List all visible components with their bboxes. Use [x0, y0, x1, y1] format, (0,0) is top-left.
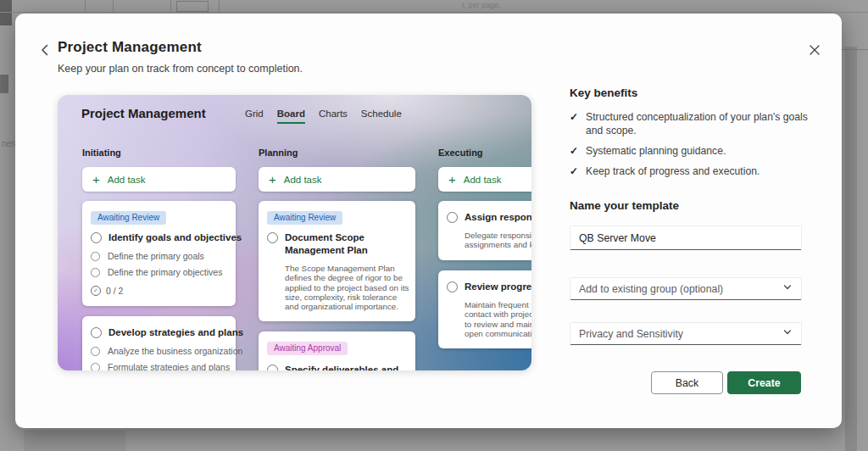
add-task-label: Add task	[108, 175, 146, 185]
plus-icon: +	[448, 173, 456, 186]
background-divider	[113, 0, 114, 12]
background-divider	[170, 0, 171, 12]
plus-icon: +	[269, 173, 276, 186]
group-dropdown[interactable]: Add to existing group (optional)	[570, 277, 802, 300]
task-checkbox[interactable]	[447, 281, 458, 292]
benefit-text: Keep track of progress and execution.	[586, 164, 760, 178]
subtask-label: Analyze the business organization	[108, 346, 242, 356]
dialog-title: Project Management	[58, 39, 202, 56]
task-description: Delegate responsibili assignments and ke…	[465, 231, 531, 250]
template-name-input[interactable]	[570, 226, 802, 250]
group-dropdown-label: Add to existing group (optional)	[579, 283, 723, 295]
add-task-label: Add task	[284, 175, 322, 185]
tab-schedule[interactable]: Schedule	[361, 109, 402, 124]
column-header: Planning	[259, 148, 415, 158]
status-badge: Awaiting Review	[267, 211, 342, 225]
template-preview: Project Management Grid Board Charts Sch…	[58, 95, 531, 370]
background-block	[24, 431, 125, 451]
task-card[interactable]: Awaiting Approval Specify deliverables a…	[259, 331, 415, 370]
preview-plan-title: Project Management	[81, 106, 206, 120]
task-card[interactable]: Review progress Maintain frequent for co…	[438, 270, 531, 349]
board-column-initiating: Initiating + Add task Awaiting Review Id…	[82, 148, 236, 370]
task-card[interactable]: Awaiting Review Document Scope Managemen…	[259, 201, 415, 321]
status-badge: Awaiting Approval	[267, 342, 348, 355]
background-divider	[0, 12, 868, 13]
subtask-checkbox[interactable]	[91, 363, 100, 371]
benefit-item: ✓ Keep track of progress and execution.	[570, 164, 814, 178]
board-column-executing: Executing + Add task Assign responsibili…	[438, 148, 531, 359]
task-checkbox[interactable]	[91, 327, 102, 338]
task-title: Specify deliverables and	[285, 364, 398, 370]
checklist-count: 0 / 2	[106, 286, 123, 296]
checkmark-icon: ✓	[570, 164, 578, 178]
benefit-text: Systematic planning guidance.	[586, 144, 726, 158]
benefit-item: ✓ Structured conceptualization of your p…	[570, 110, 814, 137]
chevron-down-icon	[782, 282, 793, 295]
checklist-icon: ✓	[91, 286, 101, 296]
add-task-button[interactable]: + Add task	[82, 167, 236, 192]
background-block	[0, 0, 12, 25]
key-benefits-heading: Key benefits	[570, 86, 637, 99]
status-badge: Awaiting Review	[91, 211, 166, 225]
task-checkbox[interactable]	[267, 232, 278, 243]
task-card[interactable]: Assign responsibili Delegate responsibil…	[438, 201, 531, 260]
column-header: Initiating	[82, 148, 236, 158]
background-divider	[85, 0, 86, 12]
close-icon[interactable]	[806, 42, 823, 58]
subtask-label: Define the primary goals	[108, 251, 204, 261]
tab-grid[interactable]: Grid	[245, 109, 264, 124]
task-card[interactable]: Develop strategies and plans Analyze the…	[82, 316, 236, 370]
subtask-label: Define the primary objectives	[108, 267, 222, 277]
add-task-label: Add task	[464, 175, 502, 185]
subtask-checkbox[interactable]	[91, 268, 100, 277]
checkmark-icon: ✓	[570, 144, 578, 158]
key-benefits-list: ✓ Structured conceptualization of your p…	[570, 110, 814, 178]
add-task-button[interactable]: + Add task	[438, 167, 531, 192]
add-task-button[interactable]: + Add task	[259, 167, 415, 192]
task-checkbox[interactable]	[91, 232, 102, 243]
back-chevron-icon[interactable]	[37, 42, 53, 58]
board-column-planning: Planning + Add task Awaiting Review Docu…	[259, 148, 415, 370]
task-description: Maintain frequent for contact with proje…	[465, 300, 531, 339]
back-button[interactable]: Back	[651, 371, 723, 394]
task-title: Assign responsibili	[465, 211, 531, 224]
benefit-item: ✓ Systematic planning guidance.	[570, 144, 814, 158]
background-divider	[842, 49, 868, 50]
tab-charts[interactable]: Charts	[319, 109, 348, 124]
task-title: Develop strategies and plans	[108, 326, 243, 339]
task-card[interactable]: Awaiting Review Identify goals and objec…	[82, 201, 236, 306]
subtask-label: Formulate strategies and plans	[108, 362, 230, 370]
create-template-dialog: Project Management Keep your plan on tra…	[15, 14, 842, 428]
subtask-checkbox[interactable]	[91, 252, 100, 261]
background-outlined-box	[176, 1, 209, 12]
task-description: The Scope Management Plan defines the de…	[285, 264, 412, 311]
dialog-subtitle: Keep your plan on track from concept to …	[58, 63, 303, 75]
column-header: Executing	[438, 148, 531, 158]
plus-icon: +	[92, 173, 100, 186]
task-checkbox[interactable]	[447, 212, 458, 223]
task-title: Review progress	[465, 281, 531, 293]
task-checkbox[interactable]	[267, 365, 278, 370]
checkmark-icon: ✓	[570, 110, 578, 137]
task-title: Identify goals and objectives	[108, 231, 242, 244]
template-name-heading: Name your template	[570, 199, 679, 212]
privacy-dropdown-label: Privacy and Sensitivity	[579, 328, 683, 340]
benefit-text: Structured conceptualization of your pla…	[586, 110, 814, 137]
background-block	[0, 75, 8, 93]
chevron-down-icon	[782, 327, 793, 340]
task-title: Document Scope Management Plan	[285, 231, 385, 257]
background-scrollbar	[845, 47, 857, 451]
privacy-dropdown[interactable]: Privacy and Sensitivity	[570, 322, 802, 345]
background-text: r, per page,	[462, 1, 501, 9]
background-divider	[219, 0, 220, 12]
subtask-checkbox[interactable]	[91, 347, 100, 356]
checklist-progress: ✓ 0 / 2	[91, 286, 229, 296]
tab-board[interactable]: Board	[277, 109, 305, 124]
preview-view-tabs: Grid Board Charts Schedule	[245, 109, 402, 124]
create-button[interactable]: Create	[727, 371, 801, 394]
